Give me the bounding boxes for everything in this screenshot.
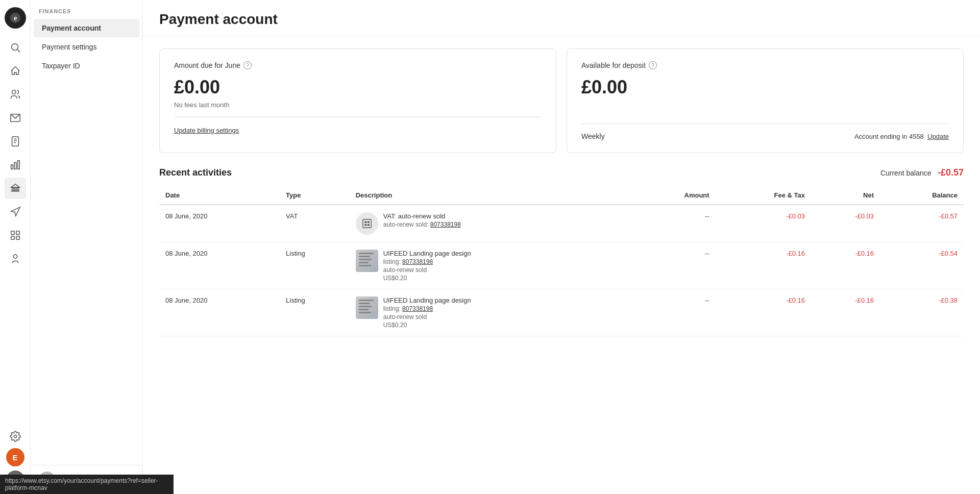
svg-rect-20 — [16, 236, 19, 239]
people-nav-icon[interactable] — [5, 84, 26, 105]
table-row: 08 June, 2020 Listing — [159, 289, 964, 336]
nav-item-taxpayer-id[interactable]: Taxpayer ID — [34, 57, 139, 75]
col-balance: Balance — [880, 186, 964, 205]
available-deposit-card: Available for deposit ? £0.00 Weekly Acc… — [567, 48, 964, 153]
row1-desc-sub: auto-renew sold: 807338198 — [383, 221, 461, 228]
listing-thumb-2 — [356, 297, 378, 319]
col-date: Date — [159, 186, 280, 205]
current-balance-value: -£0.57 — [938, 167, 964, 178]
row2-listing-link[interactable]: 807338198 — [402, 258, 433, 265]
stats-nav-icon[interactable] — [5, 154, 26, 176]
row1-date: 08 June, 2020 — [159, 205, 280, 242]
main-body: Amount due for June ? £0.00 No fees last… — [143, 36, 980, 349]
row3-amount: -- — [632, 289, 715, 336]
row1-listing-link[interactable]: 807338198 — [430, 221, 461, 228]
row1-description: VAT: auto-renew sold auto-renew sold: 80… — [350, 205, 633, 242]
search-nav-icon[interactable] — [5, 37, 26, 58]
nav-item-payment-account[interactable]: Payment account — [34, 19, 139, 37]
svg-rect-18 — [16, 231, 19, 234]
row3-desc-price: US$0.20 — [383, 322, 471, 329]
row1-type: VAT — [280, 205, 350, 242]
amount-due-help-icon[interactable]: ? — [243, 61, 252, 69]
svg-rect-14 — [14, 187, 16, 191]
row2-type: Listing — [280, 242, 350, 289]
activities-table: Date Type Description Amount Fee & Tax N… — [159, 186, 964, 336]
amount-due-title: Amount due for June ? — [174, 61, 542, 69]
available-deposit-help-icon[interactable]: ? — [649, 61, 657, 69]
current-balance-label: Current balance — [880, 169, 932, 177]
svg-point-21 — [13, 255, 17, 258]
vat-icon — [356, 212, 378, 235]
row3-fee-tax: -£0.16 — [716, 289, 811, 336]
available-deposit-value: £0.00 — [581, 77, 949, 98]
marketing-nav-icon[interactable] — [5, 201, 26, 223]
main-content: Payment account Amount due for June ? £0… — [143, 0, 980, 494]
svg-rect-26 — [362, 219, 371, 228]
deposit-account-info: Account ending in 4558 Update — [854, 133, 949, 140]
svg-rect-10 — [11, 165, 13, 169]
svg-text:e: e — [13, 14, 16, 22]
row2-balance: -£0.54 — [880, 242, 964, 289]
svg-rect-27 — [364, 221, 366, 223]
orders-nav-icon[interactable] — [5, 131, 26, 152]
col-amount: Amount — [632, 186, 715, 205]
row2-desc-price: US$0.20 — [383, 275, 471, 282]
row3-net: -£0.16 — [811, 289, 880, 336]
update-account-link[interactable]: Update — [927, 133, 949, 140]
col-fee-tax: Fee & Tax — [716, 186, 811, 205]
svg-point-4 — [12, 90, 15, 94]
nav-item-payment-settings[interactable]: Payment settings — [34, 38, 139, 56]
row3-date: 08 June, 2020 — [159, 289, 280, 336]
row3-type: Listing — [280, 289, 350, 336]
svg-rect-11 — [14, 162, 16, 169]
row3-desc-extra: auto-renew sold — [383, 313, 471, 320]
amount-due-subtitle: No fees last month — [174, 101, 542, 109]
row2-amount: -- — [632, 242, 715, 289]
finances-section-title: FINANCES — [31, 8, 142, 18]
row2-desc-extra: auto-renew sold — [383, 266, 471, 274]
recent-activities-header: Recent activities Current balance -£0.57 — [159, 167, 964, 178]
svg-line-3 — [17, 50, 20, 52]
row1-balance: -£0.57 — [880, 205, 964, 242]
svg-rect-29 — [364, 224, 366, 226]
status-bar: https://www.etsy.com/your/account/paymen… — [0, 475, 174, 494]
bank-nav-icon[interactable] — [5, 178, 26, 199]
icon-sidebar: e E P — [0, 0, 31, 494]
home-nav-icon[interactable] — [5, 60, 26, 82]
recent-activities-title: Recent activities — [159, 167, 232, 178]
svg-rect-17 — [11, 231, 14, 234]
page-header: Payment account — [143, 0, 980, 36]
amount-due-card: Amount due for June ? £0.00 No fees last… — [159, 48, 556, 153]
col-net: Net — [811, 186, 880, 205]
table-row: 08 June, 2020 Listing — [159, 242, 964, 289]
settings-nav-icon[interactable] — [5, 426, 26, 447]
row2-desc-sub: listing: 807338198 — [383, 258, 471, 265]
row3-listing-link[interactable]: 807338198 — [402, 305, 433, 312]
row1-fee-tax: -£0.03 — [716, 205, 811, 242]
mail-nav-icon[interactable] — [5, 107, 26, 129]
page-title: Payment account — [159, 11, 964, 28]
row1-amount: -- — [632, 205, 715, 242]
cards-row: Amount due for June ? £0.00 No fees last… — [159, 48, 964, 153]
current-balance-container: Current balance -£0.57 — [880, 167, 964, 178]
available-deposit-title: Available for deposit ? — [581, 61, 949, 69]
row2-desc-main: UIFEED Landing page design — [383, 250, 471, 257]
update-billing-link[interactable]: Update billing settings — [174, 127, 239, 134]
svg-rect-12 — [17, 161, 19, 169]
team-nav-icon[interactable] — [5, 248, 26, 269]
row1-desc-main: VAT: auto-renew sold — [383, 212, 461, 220]
table-row: 08 June, 2020 VAT VAT: auto-renew sold a… — [159, 205, 964, 242]
row2-date: 08 June, 2020 — [159, 242, 280, 289]
svg-point-22 — [14, 435, 17, 438]
row2-description: UIFEED Landing page design listing: 8073… — [350, 242, 633, 289]
svg-rect-15 — [17, 187, 18, 191]
avatar-e[interactable]: E — [6, 448, 24, 466]
app-logo[interactable]: e — [5, 7, 26, 29]
svg-rect-6 — [12, 137, 18, 146]
apps-nav-icon[interactable] — [5, 225, 26, 246]
svg-rect-30 — [368, 224, 370, 226]
listing-thumb-1 — [356, 250, 378, 272]
row2-fee-tax: -£0.16 — [716, 242, 811, 289]
svg-rect-19 — [11, 236, 14, 239]
row3-balance: -£0.38 — [880, 289, 964, 336]
